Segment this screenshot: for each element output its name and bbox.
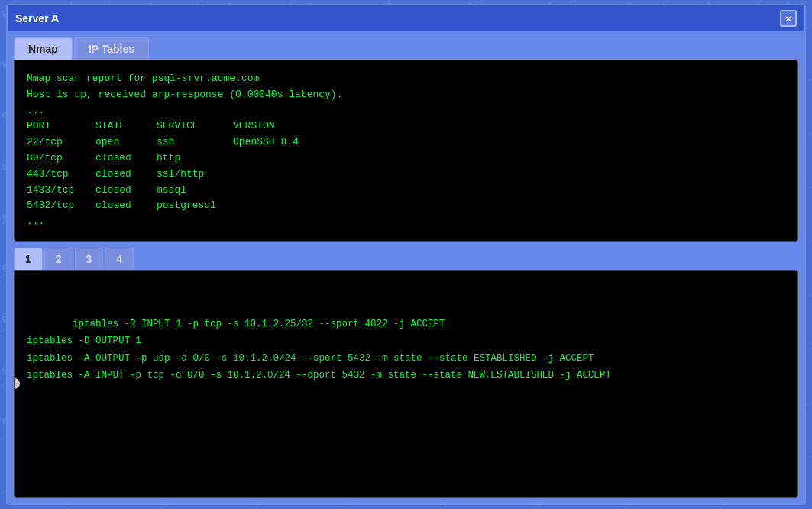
port-row-3: 1433/tcpclosedmssql	[27, 184, 233, 196]
iptables-line2: iptables -D OUTPUT 1	[27, 336, 141, 346]
top-tabs: Nmap IP Tables	[14, 37, 798, 60]
col-service-header: SERVICE	[157, 118, 233, 135]
tab-nmap[interactable]: Nmap	[14, 37, 73, 60]
port-row-0: 22/tcpopensshOpenSSH 8.4	[27, 136, 299, 148]
nmap-end: ...	[27, 216, 44, 227]
nmap-header: PORTSTATESERVICEVERSION	[27, 120, 275, 131]
num-tab-1[interactable]: 1	[14, 248, 43, 270]
circle-indicator	[14, 378, 20, 389]
nmap-terminal: Nmap scan report for psql-srvr.acme.com …	[14, 60, 798, 242]
title-bar: Server A ×	[8, 5, 804, 31]
close-button[interactable]: ×	[780, 10, 797, 27]
iptables-line4: iptables -A INPUT -p tcp -d 0/0 -s 10.1.…	[27, 370, 611, 381]
num-tab-3[interactable]: 3	[75, 248, 104, 270]
iptables-line1: iptables -R INPUT 1 -p tcp -s 10.1.2.25/…	[73, 319, 445, 329]
nmap-line1: Nmap scan report for psql-srvr.acme.com	[27, 73, 259, 84]
port-row-4: 5432/tcpclosedpostgresql	[27, 199, 233, 211]
col-state-header: STATE	[95, 118, 157, 135]
col-version-header: VERSION	[233, 118, 275, 135]
col-port-header: PORT	[27, 118, 95, 135]
tab-iptables[interactable]: IP Tables	[74, 37, 149, 60]
nmap-line2: Host is up, received arp-response (0.000…	[27, 89, 342, 100]
port-row-2: 443/tcpclosedssl/http	[27, 168, 233, 180]
iptables-terminal: iptables -R INPUT 1 -p tcp -s 10.1.2.25/…	[14, 270, 798, 498]
iptables-line3: iptables -A OUTPUT -p udp -d 0/0 -s 10.1…	[27, 353, 594, 364]
num-tab-4[interactable]: 4	[105, 248, 134, 270]
content-area: Nmap IP Tables Nmap scan report for psql…	[8, 31, 804, 504]
server-window: Server A × Nmap IP Tables Nmap scan repo…	[6, 4, 806, 505]
num-tab-2[interactable]: 2	[44, 248, 73, 270]
num-tabs: 1 2 3 4	[14, 248, 798, 270]
window-title: Server A	[15, 12, 59, 24]
port-row-1: 80/tcpclosedhttp	[27, 152, 233, 164]
nmap-section: Nmap IP Tables Nmap scan report for psql…	[14, 37, 798, 242]
nmap-line3: ...	[27, 105, 44, 116]
iptables-section: 1 2 3 4 iptables -R INPUT 1 -p tcp -s 10…	[14, 248, 798, 498]
